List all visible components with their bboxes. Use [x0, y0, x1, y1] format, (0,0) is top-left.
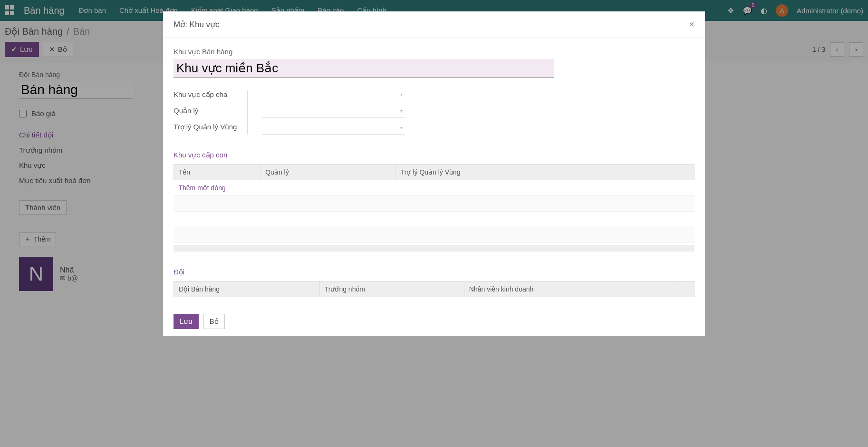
- modal-close-button[interactable]: ×: [689, 19, 694, 30]
- col-team[interactable]: Đội Bán hàng: [174, 282, 320, 297]
- col-actions: [677, 165, 694, 180]
- region-name-input[interactable]: [174, 59, 554, 78]
- region-name-label: Khu vực Bán hàng: [174, 48, 694, 56]
- col-salesperson[interactable]: Nhân viên kinh doanh: [464, 282, 677, 297]
- manager-label: Quản lý: [174, 107, 237, 115]
- teams-header: Đội: [174, 268, 694, 276]
- col-manager[interactable]: Quản lý: [260, 165, 396, 180]
- modal-overlay: Mở: Khu vực × Khu vực Bán hàng Khu vực c…: [0, 0, 868, 300]
- modal-region: Mở: Khu vực × Khu vực Bán hàng Khu vực c…: [163, 11, 705, 300]
- scrollbar-track[interactable]: [174, 245, 694, 252]
- teams-table: Đội Bán hàng Trưởng nhóm Nhân viên kinh …: [174, 281, 694, 297]
- manager-select[interactable]: [262, 107, 405, 118]
- assistant-label: Trợ lý Quản lý Vùng: [174, 123, 237, 131]
- col-actions2: [677, 282, 694, 297]
- children-header: Khu vực cấp con: [174, 151, 694, 159]
- parent-region-select[interactable]: [262, 90, 405, 101]
- col-name[interactable]: Tên: [174, 165, 260, 180]
- parent-region-label: Khu vực cấp cha: [174, 90, 237, 99]
- modal-title: Mở: Khu vực: [174, 19, 220, 29]
- children-table: Tên Quản lý Trợ lý Quản lý Vùng Thêm một…: [174, 164, 694, 243]
- col-leader[interactable]: Trưởng nhóm: [319, 282, 464, 297]
- add-line-link[interactable]: Thêm một dòng: [179, 184, 226, 192]
- assistant-select[interactable]: [262, 124, 405, 135]
- col-assistant[interactable]: Trợ lý Quản lý Vùng: [395, 165, 677, 180]
